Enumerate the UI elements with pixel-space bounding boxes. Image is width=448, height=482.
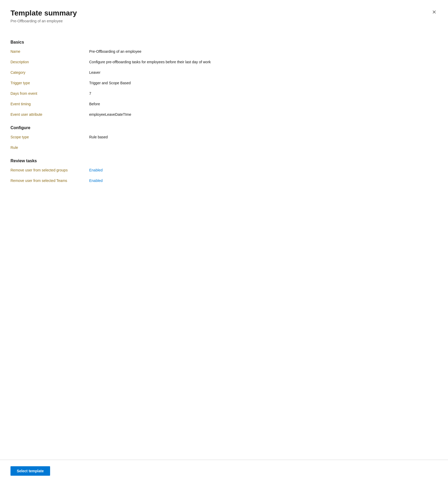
panel-content: Basics Name Pre-Offboarding of an employ… — [0, 28, 448, 460]
review-tasks-heading: Review tasks — [10, 159, 438, 163]
basics-heading: Basics — [10, 40, 438, 45]
select-template-button[interactable]: Select template — [10, 466, 50, 476]
field-row-event-timing: Event timing Before — [10, 101, 438, 109]
field-label-event-user-attribute: Event user attribute — [10, 112, 89, 117]
field-label-name: Name — [10, 49, 89, 54]
field-value-remove-teams: Enabled — [89, 178, 438, 183]
field-row-days-from-event: Days from event 7 — [10, 91, 438, 98]
field-value-description: Configure pre-offboarding tasks for empl… — [89, 59, 438, 64]
field-value-scope-type: Rule based — [89, 134, 438, 139]
field-value-days-from-event: 7 — [89, 91, 438, 96]
field-value-event-timing: Before — [89, 101, 438, 106]
field-row-rule: Rule — [10, 145, 438, 152]
field-label-days-from-event: Days from event — [10, 91, 89, 96]
field-label-trigger-type: Trigger type — [10, 80, 89, 85]
panel-title: Template summary — [10, 8, 438, 18]
field-label-description: Description — [10, 59, 89, 64]
field-label-category: Category — [10, 70, 89, 75]
field-row-category: Category Leaver — [10, 70, 438, 77]
review-tasks-section: Review tasks Remove user from selected g… — [10, 159, 438, 185]
field-row-event-user-attribute: Event user attribute employeeLeaveDateTI… — [10, 112, 438, 119]
panel-subtitle: Pre-Offboarding of an employee — [10, 19, 438, 23]
field-label-event-timing: Event timing — [10, 101, 89, 106]
field-value-rule — [89, 145, 438, 145]
field-row-name: Name Pre-Offboarding of an employee — [10, 49, 438, 56]
field-label-remove-teams: Remove user from selected Teams — [10, 178, 89, 183]
panel-footer: Select template — [0, 460, 448, 482]
close-icon: ✕ — [432, 9, 436, 15]
field-value-remove-groups: Enabled — [89, 167, 438, 172]
field-label-remove-groups: Remove user from selected groups — [10, 167, 89, 172]
close-button[interactable]: ✕ — [431, 8, 438, 16]
field-row-remove-teams: Remove user from selected Teams Enabled — [10, 178, 438, 185]
field-label-scope-type: Scope type — [10, 134, 89, 139]
field-row-trigger-type: Trigger type Trigger and Scope Based — [10, 80, 438, 88]
field-value-category: Leaver — [89, 70, 438, 75]
configure-heading: Configure — [10, 125, 438, 130]
field-row-description: Description Configure pre-offboarding ta… — [10, 59, 438, 67]
field-value-trigger-type: Trigger and Scope Based — [89, 80, 438, 85]
field-value-event-user-attribute: employeeLeaveDateTIme — [89, 112, 438, 117]
field-row-remove-groups: Remove user from selected groups Enabled — [10, 167, 438, 175]
panel-header: Template summary Pre-Offboarding of an e… — [0, 0, 448, 28]
field-label-rule: Rule — [10, 145, 89, 150]
field-value-name: Pre-Offboarding of an employee — [89, 49, 438, 54]
template-summary-panel: Template summary Pre-Offboarding of an e… — [0, 0, 448, 482]
configure-section: Configure Scope type Rule based Rule — [10, 125, 438, 152]
field-row-scope-type: Scope type Rule based — [10, 134, 438, 142]
basics-section: Basics Name Pre-Offboarding of an employ… — [10, 40, 438, 119]
